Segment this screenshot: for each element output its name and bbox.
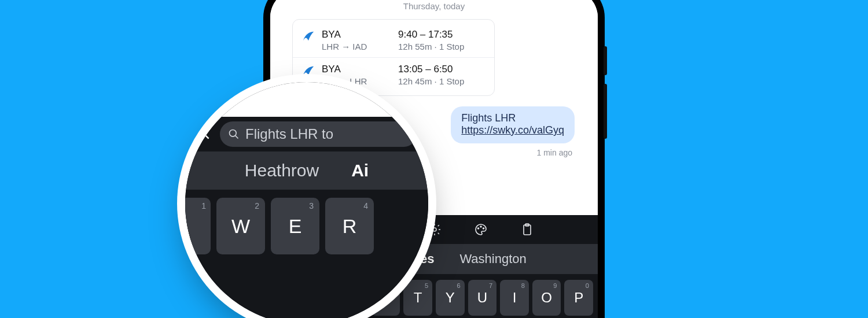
phone-side-button <box>604 46 607 75</box>
magnifier-lens: Flights LHR to Heathrow Ai 1 2W 3E 4R <box>185 82 428 318</box>
svg-point-5 <box>480 226 481 227</box>
route: LHR → IAD <box>322 42 391 51</box>
search-input[interactable]: Flights LHR to <box>220 121 417 147</box>
date-separator: Thursday, today <box>403 1 465 11</box>
suggestion[interactable]: Ai <box>351 161 369 180</box>
suggestion[interactable]: Heathrow <box>245 161 319 180</box>
keyboard-suggestion-bar: Heathrow Ai <box>185 151 428 190</box>
clipboard-icon[interactable] <box>520 223 534 236</box>
key-e[interactable]: 3E <box>271 198 319 254</box>
key-i[interactable]: 8I <box>500 280 529 316</box>
flight-times: 13:05 – 6:50 <box>398 64 485 75</box>
phone-side-button <box>604 84 607 139</box>
key-p[interactable]: 0P <box>564 280 593 316</box>
svg-point-6 <box>483 228 484 229</box>
key-o[interactable]: 9O <box>532 280 561 316</box>
palette-icon[interactable] <box>474 223 488 236</box>
airline-wing-icon <box>302 30 315 43</box>
suggestion[interactable]: Washington <box>459 252 526 267</box>
settings-gear-icon[interactable] <box>428 223 442 236</box>
flight-details: 12h 55m · 1 Stop <box>398 42 485 51</box>
message-title: Flights LHR <box>461 112 564 124</box>
key-r[interactable]: 4R <box>325 198 374 254</box>
close-icon[interactable] <box>197 127 212 142</box>
key-q[interactable]: 1 <box>185 198 211 254</box>
svg-point-4 <box>478 228 479 229</box>
message-link[interactable]: https://swky.co/valGyq <box>461 124 564 136</box>
flight-times: 9:40 – 17:35 <box>398 29 485 40</box>
svg-point-3 <box>433 228 436 231</box>
search-icon <box>228 128 240 140</box>
airline-code: BYA <box>322 64 391 75</box>
airline-code: BYA <box>322 29 391 40</box>
key-u[interactable]: 7U <box>468 280 497 316</box>
flight-details: 12h 45m · 1 Stop <box>398 76 485 86</box>
key-t[interactable]: 5T <box>403 280 432 316</box>
key-w[interactable]: 2W <box>216 198 265 254</box>
key-y[interactable]: 6Y <box>436 280 465 316</box>
message-timestamp: 1 min ago <box>537 148 572 157</box>
flight-segment[interactable]: BYA LHR → IAD 9:40 – 17:35 12h 55m · 1 S… <box>293 23 494 57</box>
search-input-text: Flights LHR to <box>245 126 333 142</box>
airline-wing-icon <box>302 65 315 77</box>
svg-point-9 <box>230 130 237 137</box>
outgoing-message[interactable]: Flights LHR https://swky.co/valGyq <box>451 106 575 143</box>
keyboard-search-bar: Flights LHR to <box>185 117 428 151</box>
